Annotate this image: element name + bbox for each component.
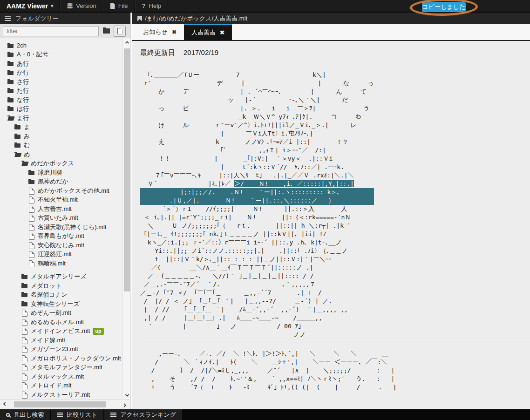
tree-folder-item[interactable]: 名探偵コナン xyxy=(0,291,122,300)
tree-file-item[interactable]: メガゾーン23.mlt xyxy=(0,345,122,354)
aa-line: .|Ｕ,／|. Ｎ! ｀ー||.::.＼::::::／ ｝ xyxy=(140,196,374,205)
nav-item-version[interactable]: Version xyxy=(60,0,103,12)
filter-input[interactable] xyxy=(3,26,99,36)
tree-file-item[interactable]: めるめるホメル.mlt xyxy=(0,318,122,327)
tree-file-item[interactable]: 人吉善吉.mlt xyxy=(0,204,122,214)
folder-open-icon xyxy=(14,152,21,157)
tree-file-item[interactable]: 不知火半袖.mlt xyxy=(0,196,122,205)
tree-file-item[interactable]: 安心院なじみ.mlt xyxy=(0,241,122,250)
file-icon xyxy=(28,224,35,230)
file-icon xyxy=(28,188,35,194)
tree-file-item[interactable]: 古賀いたみ.mlt xyxy=(0,214,122,223)
aa-line: ７｢￣v￣￣￣ｰ､ｷ |::|人＼ﾘ ﾋ｣ .|.|_／／Ｖ .rxｵ:|＼.|… xyxy=(140,171,374,180)
file-view-button[interactable] xyxy=(114,26,126,37)
tree-folder-item[interactable]: な行 xyxy=(0,95,122,105)
tree-folder-item[interactable]: 球磨川禊 xyxy=(0,168,122,177)
close-icon[interactable]: ✖ xyxy=(220,29,224,36)
ascii-art-block-1[interactable]: ｢､＿＿＿＿／(Ｕー 7 k＼| r′ デ | | な っ か デ | .-´⌒… xyxy=(140,71,374,339)
copied-toast: コピーしました xyxy=(422,2,466,12)
aa-line: t ||::|Ｖ｀k/＞､_||:: : : : ||＿ノ||::Ｖ:|｀|￣＼… xyxy=(140,255,374,264)
scroll-left-button[interactable] xyxy=(0,400,10,410)
tree-file-item[interactable]: めぞん一刻.mlt xyxy=(0,309,122,318)
tab-oshirase[interactable]: お知らせ ✖ xyxy=(136,24,184,40)
tree-folder-item[interactable]: あ行 xyxy=(0,59,122,68)
vertical-scroll-thumb[interactable] xyxy=(124,48,130,291)
tree-folder-item[interactable]: は行 xyxy=(0,105,122,114)
list-icon xyxy=(110,413,116,417)
tree-folder-item[interactable]: A・0・記号 xyxy=(0,50,122,60)
nav-item-help[interactable]: ? Help xyxy=(135,0,169,12)
tree-file-item[interactable]: メガロポリス・ノックダウン.mlt xyxy=(0,354,122,363)
scroll-down-button[interactable] xyxy=(123,391,130,399)
tree-folder-item[interactable]: メタルギアシリーズ xyxy=(0,272,122,282)
tree-item-label: 名瀬夭歌(黒神くじら).mlt xyxy=(38,223,107,231)
tree-file-item[interactable]: メタモルファンタジー.mlt xyxy=(0,363,122,373)
aa-line: ！！ | _｢|:V:| ｀＞vy＜ .|::Ｖi xyxy=(140,155,374,163)
tree-item-label: 鶴喰鴎.mlt xyxy=(38,259,66,268)
nav-item-file[interactable]: File xyxy=(103,0,135,12)
tree-folder-item[interactable]: か行 xyxy=(0,68,122,78)
tree-folder-item[interactable]: 女神転生シリーズ xyxy=(0,299,122,309)
tree-file-item[interactable]: メルクストーリア.mlt xyxy=(0,390,122,399)
tree-file-item[interactable]: メタルマックス.mlt xyxy=(0,372,122,381)
hamburger-icon xyxy=(5,16,11,21)
folder-icon xyxy=(14,134,21,139)
horizontal-scroll-thumb[interactable] xyxy=(14,401,106,407)
folder-tree-title: フォルダツリー xyxy=(15,14,59,23)
tree-folder-item[interactable]: む xyxy=(0,141,122,150)
tree-file-item[interactable]: 名瀬夭歌(黒神くじら).mlt xyxy=(0,223,122,232)
tree-file-item[interactable]: 喜界島もがな.mlt xyxy=(0,232,122,241)
tab-label: 人吉善吉 xyxy=(191,28,216,37)
tree-folder-item[interactable]: た行 xyxy=(0,87,122,96)
tree-folder-item[interactable]: ま行 xyxy=(0,114,122,123)
folder-icon xyxy=(103,28,110,34)
main-row: フォルダツリー 2chA・0・記号あ行か行さ行た行な行は行ま行まみむめめだかボッ… xyxy=(0,13,530,409)
tree-folder-item[interactable]: 黒神めだか xyxy=(0,177,122,187)
file-icon xyxy=(21,346,28,352)
file-icon xyxy=(21,310,28,316)
tree-file-item[interactable]: メイドインアビス.mltup xyxy=(0,327,122,336)
tree-file-item[interactable]: 鶴喰鴎.mlt xyxy=(0,259,122,268)
database-icon xyxy=(67,3,73,9)
breadcrumb-path: /ま行/め/めだかボックス/人吉善吉.mlt xyxy=(145,14,247,23)
tree-file-item[interactable]: メイド嫁.mlt xyxy=(0,336,122,345)
app-menu-button[interactable]: AAMZ Viewer ▾ xyxy=(0,0,60,12)
folder-icon xyxy=(7,52,14,57)
tree-folder-item[interactable]: ま xyxy=(0,123,122,132)
ascii-art-block-2[interactable]: ,ーー-､ ／-. ／/ ＼ !＼ﾄ､ |＞!＞ﾄ､´,| ＼ ＼ ＼ ＿ / … xyxy=(140,350,397,392)
aa-line: / ｝ / /|/＼=ﾐＬ,_,,, ／″´ |∧ ｝ ＼;;;;;/ : | xyxy=(140,366,397,375)
aa-line: ｢|ーt､_ ｲ!;;;;;;;｢ nk､｣ｔ＿＿＿＿ノ ||::kＶ||､ |… xyxy=(140,230,374,238)
aa-line: ッ |-´ ｰ-､＼｀＼| だ xyxy=(140,96,374,104)
sidebar-horizontal-scrollbar[interactable] xyxy=(0,399,130,409)
folder-icon xyxy=(21,292,28,298)
sidebar: フォルダツリー 2chA・0・記号あ行か行さ行た行な行は行ま行まみむめめだかボッ… xyxy=(0,13,130,409)
sidebar-vertical-scrollbar[interactable] xyxy=(122,38,130,399)
tree-folder-item[interactable]: めだかボックス xyxy=(0,159,122,169)
tab-hitoyoshi-zenkichi[interactable]: 人吉善吉 ✖ xyxy=(184,24,232,40)
tab-label: お知らせ xyxy=(143,28,168,36)
aa-line: え k ノノV〉､｢ｰ=ｱ／i |::| ！？ xyxy=(140,138,374,146)
tree-folder-item[interactable]: み xyxy=(0,132,122,141)
tree-file-item[interactable]: めだかボックスその他.mlt xyxy=(0,186,122,196)
last-updated-line: 最終更新日 2017/02/19 xyxy=(140,48,530,57)
tree-file-item[interactable]: 江迎怒江.mlt xyxy=(0,250,122,259)
collapse-folders-button[interactable] xyxy=(101,26,112,37)
tree-item-label: さ行 xyxy=(17,78,29,86)
tree-folder-item[interactable]: め xyxy=(0,150,122,159)
tree-folder-item[interactable]: メダロット xyxy=(0,281,122,291)
scroll-right-button[interactable] xyxy=(119,400,129,410)
compare-list-button[interactable]: 比較リスト xyxy=(51,409,103,420)
bookmark-icon[interactable] xyxy=(137,16,142,21)
heading-search-button[interactable]: 見出し検索 xyxy=(0,409,50,420)
scroll-up-button[interactable] xyxy=(123,38,130,46)
aa-line: , そ ,/ / / ﾄ､~''＆, ´ ,,x==ﾐ| ﾉ＼ヽｒﾐヽ;′ う.… xyxy=(140,375,397,383)
tree-item-label: 黒神めだか xyxy=(38,177,68,186)
search-icon xyxy=(6,413,10,417)
tree-folder-item[interactable]: さ行 xyxy=(0,77,122,87)
tree-file-item[interactable]: メトロイド.mlt xyxy=(0,381,122,391)
file-icon xyxy=(21,338,28,343)
access-ranking-button[interactable]: アクセスランキング xyxy=(104,409,182,420)
tree-item-label: ま行 xyxy=(17,114,29,122)
tree-folder-item[interactable]: 2ch xyxy=(0,41,122,50)
close-icon[interactable]: ✖ xyxy=(172,29,177,35)
